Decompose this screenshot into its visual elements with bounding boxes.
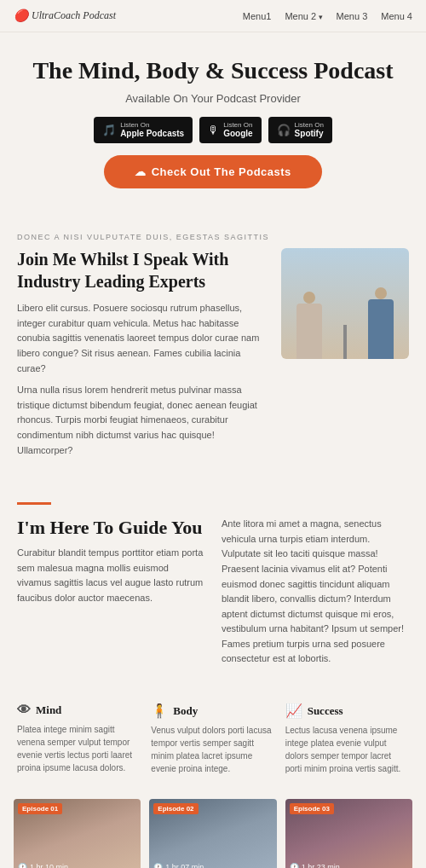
hero-title: The Mind, Body & Success Podcast bbox=[17, 56, 409, 85]
guide-divider bbox=[17, 502, 51, 505]
podcast-image bbox=[281, 248, 409, 359]
site-logo[interactable]: 🔴 UltraCoach Podcast bbox=[14, 9, 116, 23]
nav-menu4[interactable]: Menu 4 bbox=[381, 11, 412, 21]
google-icon: 🎙 bbox=[208, 124, 219, 136]
feature-body: 🧍 Body Venus vulput dolors porti lacusa … bbox=[151, 703, 274, 775]
mind-title-row: 👁 Mind bbox=[17, 703, 141, 718]
donec-image bbox=[281, 248, 409, 359]
donec-para1: Libero elit cursus. Posuere sociosqu rut… bbox=[17, 301, 268, 376]
episode-3-image: Episode 03 🕐 1 hr 23 min bbox=[285, 799, 412, 868]
apple-icon: 🎵 bbox=[102, 124, 116, 136]
badge-platform-spotify: Spotify bbox=[295, 129, 324, 139]
badge-listen-google: Listen On bbox=[223, 121, 252, 130]
episode-card-1: Episode 01 🕐 1 hr 10 min Nibh lacinia lo… bbox=[14, 799, 141, 868]
episodes-section: Episode 01 🕐 1 hr 10 min Nibh lacinia lo… bbox=[0, 790, 426, 868]
body-title-row: 🧍 Body bbox=[151, 703, 274, 719]
episode-card-3: Episode 03 🕐 1 hr 23 min Sed posuere con… bbox=[285, 799, 412, 868]
episode-1-duration-text: 1 hr 10 min bbox=[30, 863, 68, 868]
cloud-icon: ☁ bbox=[135, 165, 147, 178]
logo-text: UltraCoach Podcast bbox=[32, 9, 116, 22]
guide-left: I'm Here To Guide You Curabitur blandit … bbox=[17, 517, 204, 667]
episode-2-badge: Episode 02 bbox=[153, 803, 198, 814]
guide-heading: I'm Here To Guide You bbox=[17, 517, 204, 539]
logo-icon: 🔴 bbox=[14, 9, 28, 23]
body-label: Body bbox=[173, 704, 198, 718]
episode-1-image: Episode 01 🕐 1 hr 10 min bbox=[14, 799, 141, 868]
episode-2-duration-text: 1 hr 07 min bbox=[165, 863, 204, 868]
success-label: Success bbox=[308, 704, 343, 718]
cta-button[interactable]: ☁Check Out The Podcasts bbox=[104, 155, 322, 188]
clock-icon-2: 🕐 bbox=[153, 863, 163, 868]
mind-desc: Platea intege minim sagitt venena semper… bbox=[17, 723, 141, 774]
badge-apple[interactable]: 🎵 Listen On Apple Podcasts bbox=[94, 117, 193, 144]
body-desc: Venus vulput dolors porti lacusa tempor … bbox=[151, 724, 274, 775]
donec-heading: Join Me Whilst I Speak With Industry Lea… bbox=[17, 248, 268, 292]
mic-stand bbox=[343, 325, 347, 359]
hero-section: The Mind, Body & Success Podcast Availab… bbox=[0, 32, 426, 209]
hero-subtitle: Available On Your Podcast Provider bbox=[17, 92, 409, 105]
donec-para2: Urna nulla risus lorem hendrerit metus p… bbox=[17, 383, 268, 458]
episode-3-duration-text: 1 hr 23 min bbox=[302, 863, 340, 868]
chart-icon: 📈 bbox=[285, 703, 302, 719]
nav-menu2[interactable]: Menu 2 bbox=[285, 11, 322, 21]
badge-google[interactable]: 🎙 Listen On Google bbox=[199, 117, 261, 144]
body-icon: 🧍 bbox=[151, 703, 168, 719]
features-section: 👁 Mind Platea intege minim sagitt venena… bbox=[0, 687, 426, 790]
success-title-row: 📈 Success bbox=[285, 703, 409, 719]
guide-para: Curabitur blandit tempus porttitor etiam… bbox=[17, 546, 204, 605]
episode-1-duration: 🕐 1 hr 10 min bbox=[18, 863, 68, 868]
feature-mind: 👁 Mind Platea intege minim sagitt venena… bbox=[17, 703, 141, 775]
image-scene bbox=[281, 248, 409, 359]
donec-content: Join Me Whilst I Speak With Industry Lea… bbox=[17, 248, 409, 465]
badge-listen-apple: Listen On bbox=[120, 121, 184, 130]
episode-1-badge: Episode 01 bbox=[18, 803, 62, 814]
nav-menu3[interactable]: Menu 3 bbox=[337, 11, 368, 21]
podcast-badges: 🎵 Listen On Apple Podcasts 🎙 Listen On G… bbox=[17, 117, 409, 144]
episode-2-image: Episode 02 🕐 1 hr 07 min bbox=[149, 799, 276, 868]
nav-menu1[interactable]: Menu1 bbox=[243, 11, 272, 21]
badge-listen-spotify: Listen On bbox=[295, 121, 324, 130]
eye-icon: 👁 bbox=[17, 703, 31, 718]
episodes-grid: Episode 01 🕐 1 hr 10 min Nibh lacinia lo… bbox=[14, 799, 412, 868]
guide-section: I'm Here To Guide You Curabitur blandit … bbox=[0, 482, 426, 687]
cta-label: Check Out The Podcasts bbox=[152, 165, 291, 178]
nav-links: Menu1 Menu 2 Menu 3 Menu 4 bbox=[243, 11, 412, 21]
guide-right-para: Ante litora mi amet a magna, senectus ve… bbox=[222, 517, 409, 667]
spotify-icon: 🎧 bbox=[277, 124, 291, 136]
figure-right bbox=[368, 299, 394, 359]
badge-platform-apple: Apple Podcasts bbox=[120, 129, 184, 139]
guide-top: I'm Here To Guide You Curabitur blandit … bbox=[17, 517, 409, 667]
episode-2-duration: 🕐 1 hr 07 min bbox=[153, 863, 204, 868]
badge-spotify[interactable]: 🎧 Listen On Spotify bbox=[268, 117, 332, 144]
guide-right: Ante litora mi amet a magna, senectus ve… bbox=[222, 517, 409, 667]
mind-label: Mind bbox=[36, 703, 61, 717]
clock-icon-3: 🕐 bbox=[290, 863, 299, 868]
donec-label: DONEC A NISI VULPUTATE DUIS, EGESTAS SAG… bbox=[17, 233, 409, 241]
clock-icon-1: 🕐 bbox=[18, 863, 27, 868]
badge-platform-google: Google bbox=[223, 129, 252, 139]
donec-section: DONEC A NISI VULPUTATE DUIS, EGESTAS SAG… bbox=[0, 209, 426, 482]
navbar: 🔴 UltraCoach Podcast Menu1 Menu 2 Menu 3… bbox=[0, 0, 426, 32]
scene-figures bbox=[281, 248, 409, 359]
episode-3-duration: 🕐 1 hr 23 min bbox=[290, 863, 340, 868]
feature-success: 📈 Success Lectus lacusa venena ipsume in… bbox=[285, 703, 409, 775]
success-desc: Lectus lacusa venena ipsume intege plate… bbox=[285, 724, 409, 775]
figure-left bbox=[296, 304, 322, 359]
episode-3-badge: Episode 03 bbox=[290, 803, 334, 814]
episode-card-2: Episode 02 🕐 1 hr 07 min Maecenas sed di… bbox=[149, 799, 276, 868]
donec-text: Join Me Whilst I Speak With Industry Lea… bbox=[17, 248, 268, 465]
